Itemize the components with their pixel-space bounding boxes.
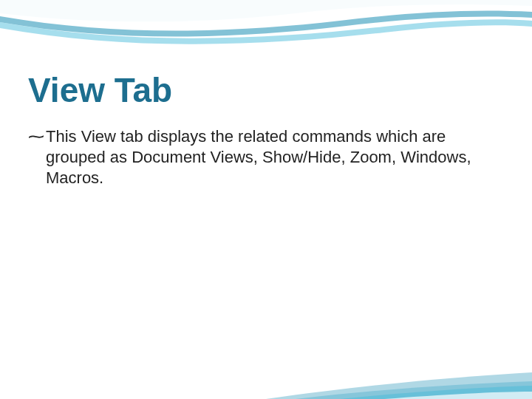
slide-title: View Tab	[28, 70, 502, 110]
bullet-glyph: ⁓	[28, 126, 46, 147]
decorative-swoosh-bottom	[0, 355, 532, 399]
bullet-item: ⁓ This View tab displays the related com…	[28, 126, 502, 188]
slide-body-text: This View tab displays the related comma…	[46, 126, 502, 188]
slide-content: View Tab ⁓ This View tab displays the re…	[0, 0, 532, 188]
